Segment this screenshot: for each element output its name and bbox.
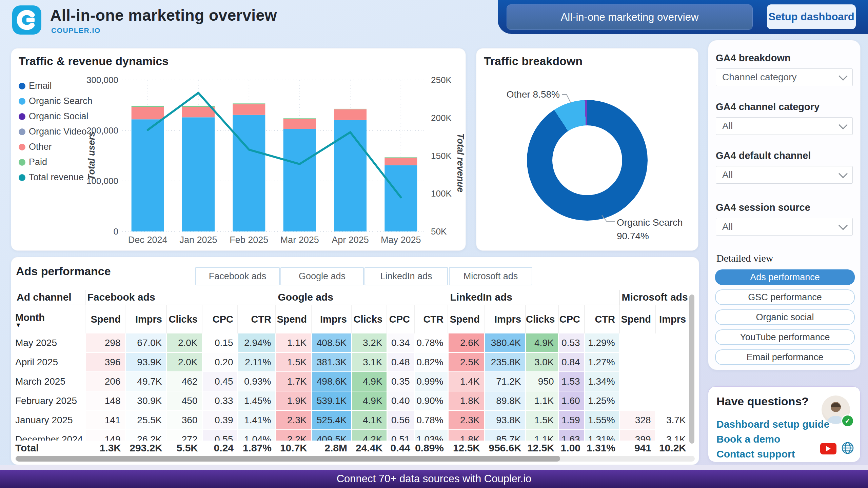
- filter-select-ga4-session-source[interactable]: All: [716, 218, 853, 236]
- filter-select-ga4-default-channel[interactable]: All: [716, 166, 853, 184]
- svg-text:50K: 50K: [431, 226, 447, 237]
- total-cell: 1.00: [558, 441, 585, 455]
- detailed-view-button-youtube-performance[interactable]: YouTube performance: [715, 329, 855, 345]
- select-value: All: [722, 221, 733, 232]
- table-cell: [619, 372, 655, 391]
- col-header-ad-channel: Ad channel: [15, 290, 85, 305]
- col-header-imprs[interactable]: Imprs: [125, 305, 166, 334]
- total-cell: 5.5K: [166, 441, 202, 455]
- col-header-spend[interactable]: Spend: [448, 305, 484, 334]
- filter-label: GA4 session source: [716, 202, 853, 213]
- col-header-cpc[interactable]: CPC: [387, 305, 414, 334]
- total-cell: 293.2K: [125, 441, 166, 455]
- table-cell: 1.4K: [448, 372, 484, 391]
- promo-banner[interactable]: Connect 70+ data sources with Coupler.io: [0, 470, 868, 488]
- globe-icon[interactable]: [841, 442, 854, 456]
- ads-total-row: Total1.3K293.2K5.5K0.241.87%10.7K2.8M24.…: [15, 441, 690, 455]
- table-row: February 202514830.9K4500.331.45%1.9K539…: [15, 391, 690, 410]
- col-header-cpc[interactable]: CPC: [202, 305, 238, 334]
- table-cell: 0.93%: [238, 372, 276, 391]
- table-cell: 1.45%: [238, 391, 276, 410]
- total-cell: 941: [619, 441, 655, 455]
- detailed-view-button-email-performance[interactable]: Email performance: [715, 349, 855, 365]
- detailed-view-button-gsc-performance[interactable]: GSC performance: [715, 289, 855, 305]
- col-header-clicks[interactable]: Clicks: [351, 305, 387, 334]
- tab-google-ads[interactable]: Google ads: [280, 267, 364, 285]
- table-cell: 1.41%: [238, 410, 276, 430]
- ads-performance-title: Ads performance: [16, 265, 111, 278]
- col-header-spend[interactable]: Spend: [619, 305, 655, 334]
- promo-banner-text: Connect 70+ data sources with Coupler.io: [337, 473, 532, 485]
- col-header-ctr[interactable]: CTR: [414, 305, 448, 334]
- horizontal-scrollbar-track[interactable]: [15, 456, 695, 462]
- table-cell: 89.8K: [484, 391, 526, 410]
- col-header-ctr[interactable]: CTR: [585, 305, 619, 334]
- svg-text:Feb 2025: Feb 2025: [230, 235, 268, 245]
- filter-group: GA4 session sourceAll: [716, 202, 853, 236]
- horizontal-scrollbar-thumb[interactable]: [16, 456, 560, 462]
- table-cell: 1.27%: [585, 352, 619, 372]
- table-cell: 148: [85, 391, 125, 410]
- total-cell: 0.89%: [414, 441, 448, 455]
- online-check-icon: ✓: [841, 414, 854, 427]
- table-cell: 0.90%: [414, 391, 448, 410]
- coupler-logo-icon: [12, 5, 41, 35]
- table-cell: 2.94%: [238, 333, 276, 352]
- table-cell: 26.2K: [125, 430, 166, 441]
- svg-text:Mar 2025: Mar 2025: [280, 235, 319, 245]
- table-cell: 3.1K: [655, 430, 690, 441]
- col-header-spend[interactable]: Spend: [276, 305, 311, 334]
- filter-select-ga4-channel-category[interactable]: All: [716, 117, 853, 135]
- filter-select-ga4-breakdown[interactable]: Channel category: [716, 68, 853, 86]
- row-month: January 2025: [15, 410, 85, 430]
- contact-support-link[interactable]: Contact support: [716, 448, 795, 460]
- table-cell: 0.53: [558, 333, 585, 352]
- detailed-view-button-organic-social[interactable]: Organic social: [715, 309, 855, 325]
- tab-facebook-ads[interactable]: Facebook ads: [195, 267, 280, 285]
- col-header-imprs[interactable]: Imprs: [655, 305, 690, 334]
- setup-dashboard-button[interactable]: Setup dashboard: [767, 4, 856, 29]
- table-cell: 328: [619, 410, 655, 430]
- table-cell: 4.9K: [351, 372, 387, 391]
- book-a-demo-link[interactable]: Book a demo: [716, 433, 780, 445]
- total-cell: 10.2K: [655, 441, 690, 455]
- total-cell: 1.3K: [85, 441, 125, 455]
- col-header-ctr[interactable]: CTR: [238, 305, 276, 334]
- filter-group: GA4 breakdownChannel category: [716, 53, 853, 86]
- table-row: April 202539693.9K2.0K0.202.11%1.5K381.3…: [15, 352, 690, 372]
- table-cell: 3.1K: [351, 352, 387, 372]
- vertical-scrollbar-thumb[interactable]: [689, 294, 694, 444]
- traffic-breakdown-card: Traffic breakdown Other 8.58% Organic Se…: [476, 48, 698, 251]
- col-header-cpc[interactable]: CPC: [558, 305, 585, 334]
- dashboard-setup-guide-link[interactable]: Dashboard setup guide: [716, 419, 829, 430]
- tab-microsoft-ads[interactable]: Microsoft ads: [449, 267, 532, 285]
- row-month: April 2025: [15, 352, 85, 372]
- detailed-view-label: Detailed view: [716, 252, 773, 264]
- ads-table-scroll-area[interactable]: Ad channelFacebook adsGoogle adsLinkedIn…: [15, 290, 691, 441]
- filter-group: GA4 channel categoryAll: [716, 101, 853, 135]
- col-header-clicks[interactable]: Clicks: [526, 305, 558, 334]
- table-cell: 2.2K: [276, 430, 311, 441]
- table-cell: 1.31%: [585, 430, 619, 441]
- chevron-down-icon: [839, 221, 848, 230]
- table-cell: 409.5K: [311, 430, 351, 441]
- table-cell: 2.0K: [166, 333, 202, 352]
- table-row: January 202514125.5K3600.391.41%2.3K525.…: [15, 410, 690, 430]
- dashboard-nav-button[interactable]: All-in-one marketing overview: [507, 4, 753, 30]
- col-header-month[interactable]: Month▼: [15, 305, 85, 334]
- table-cell: 0.33: [202, 391, 238, 410]
- sort-desc-icon[interactable]: ▼: [15, 323, 81, 327]
- col-header-spend[interactable]: Spend: [85, 305, 125, 334]
- table-cell: 1.5K: [276, 352, 311, 372]
- table-cell: 2.3K: [276, 410, 311, 430]
- col-header-clicks[interactable]: Clicks: [166, 305, 202, 334]
- detailed-view-button-ads-performance[interactable]: Ads performance: [715, 269, 855, 285]
- col-header-imprs[interactable]: Imprs: [311, 305, 351, 334]
- youtube-icon[interactable]: [820, 443, 836, 454]
- svg-text:150K: 150K: [431, 151, 452, 161]
- tab-linkedin-ads[interactable]: LinkedIn ads: [364, 267, 448, 285]
- table-cell: 1.29%: [585, 333, 619, 352]
- total-row: Total1.3K293.2K5.5K0.241.87%10.7K2.8M24.…: [15, 441, 690, 455]
- svg-text:Total users: Total users: [86, 131, 97, 180]
- col-header-imprs[interactable]: Imprs: [484, 305, 526, 334]
